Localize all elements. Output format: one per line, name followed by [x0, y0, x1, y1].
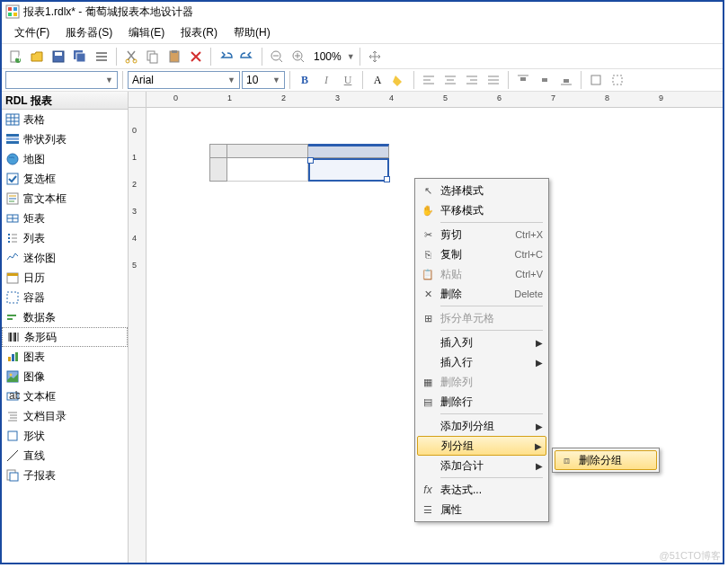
fill-color-button[interactable] — [389, 70, 409, 90]
menu-item[interactable]: ↖选择模式 — [417, 181, 546, 200]
svg-rect-13 — [96, 56, 107, 58]
toolbox-item-chart[interactable]: 图表 — [2, 347, 128, 367]
list-button[interactable] — [92, 47, 111, 67]
undo-button[interactable] — [216, 47, 235, 67]
zoom-dropdown-icon[interactable]: ▼ — [347, 52, 355, 61]
menu-shortcut: Delete — [514, 288, 543, 299]
menu-item[interactable]: ⧈删除分组 — [555, 450, 657, 470]
toolbox-item-checkbox[interactable]: 复选框 — [2, 169, 128, 189]
cell-1[interactable] — [227, 158, 308, 182]
toolbox-item-sparkline[interactable]: 迷你图 — [2, 248, 128, 268]
toolbox-label: 条形码 — [24, 330, 57, 345]
menu-item[interactable]: fx表达式... — [417, 480, 546, 500]
menu-label: 插入行 — [440, 355, 530, 370]
svg-rect-14 — [96, 59, 107, 61]
svg-rect-3 — [8, 13, 12, 16]
menu-file[interactable]: 文件(F) — [7, 23, 57, 42]
column-header-2-selected[interactable] — [308, 144, 389, 158]
menu-item[interactable]: ▤删除行 — [417, 392, 546, 412]
new-button[interactable]: + — [5, 47, 25, 67]
redo-button[interactable] — [237, 47, 257, 67]
toolbox-item-calendar[interactable]: 日历 — [2, 268, 128, 288]
svg-rect-53 — [6, 138, 19, 140]
menu-item[interactable]: 插入列▶ — [417, 333, 546, 352]
move-button[interactable] — [365, 47, 385, 67]
align-left-button[interactable] — [419, 70, 439, 90]
svg-rect-54 — [6, 141, 19, 144]
toolbox-label: 复选框 — [23, 172, 56, 187]
border-button[interactable] — [586, 70, 606, 90]
open-button[interactable] — [27, 47, 47, 67]
table-corner[interactable] — [209, 144, 227, 158]
menu-label: 删除列 — [440, 375, 543, 390]
menu-edit[interactable]: 编辑(E) — [121, 23, 172, 42]
toolbox-item-shape[interactable]: 形状 — [2, 426, 128, 446]
toolbox-item-list[interactable]: 列表 — [2, 228, 128, 248]
column-header-1[interactable] — [227, 144, 308, 158]
align-right-button[interactable] — [462, 70, 482, 90]
menu-help[interactable]: 帮助(H) — [226, 23, 278, 42]
toolbox-label: 矩表 — [23, 211, 45, 226]
font-color-button[interactable]: A — [368, 70, 387, 90]
underline-button[interactable]: U — [338, 70, 358, 90]
zoomout-button[interactable] — [267, 47, 287, 67]
toolbox-item-databar[interactable]: 数据条 — [2, 307, 128, 327]
menu-item[interactable]: 列分组▶ — [417, 436, 546, 456]
cell-2-selected[interactable] — [308, 158, 389, 182]
svg-rect-41 — [520, 77, 526, 81]
menu-item[interactable]: ⎘复制Ctrl+C — [417, 244, 546, 264]
border-style-button[interactable] — [608, 70, 627, 90]
toolbox-item-textbox[interactable]: ab文本框 — [2, 386, 128, 406]
checkbox-icon — [5, 172, 20, 186]
menu-item[interactable]: 添加列分组▶ — [417, 416, 546, 436]
toolbox-item-barcode[interactable]: 条形码 — [2, 327, 128, 347]
cut-button[interactable] — [121, 47, 141, 67]
saveall-button[interactable] — [70, 47, 90, 67]
font-size-combo[interactable]: 10▼ — [242, 71, 285, 89]
menu-item[interactable]: 插入行▶ — [417, 352, 546, 372]
menu-server[interactable]: 服务器(S) — [58, 23, 120, 42]
font-name-combo[interactable]: Arial▼ — [128, 71, 240, 89]
copy-button[interactable] — [143, 47, 163, 67]
toolbox-item-image[interactable]: 图像 — [2, 367, 128, 386]
menu-item[interactable]: ☰属性 — [417, 500, 546, 519]
valign-middle-button[interactable] — [535, 70, 555, 90]
valign-bottom-button[interactable] — [556, 70, 576, 90]
toolbox-item-container[interactable]: 容器 — [2, 288, 128, 307]
svg-rect-56 — [7, 173, 18, 184]
toolbox-item-subreport[interactable]: 子报表 — [2, 466, 128, 485]
menu-icon — [422, 439, 436, 453]
paste-button[interactable] — [164, 47, 184, 67]
svg-rect-64 — [8, 234, 10, 235]
toolbox-item-bandlist[interactable]: 带状列表 — [2, 129, 128, 149]
matrix-control[interactable] — [209, 144, 389, 182]
align-justify-button[interactable] — [484, 70, 503, 90]
toolbox-item-richtext[interactable]: 富文本框 — [2, 189, 128, 209]
toolbox-item-rect[interactable]: 矩表 — [2, 209, 128, 228]
report-combo[interactable]: ▼ — [5, 71, 118, 89]
menu-item[interactable]: 添加合计▶ — [417, 456, 546, 475]
italic-button[interactable]: I — [316, 70, 336, 90]
toolbox-item-map[interactable]: 地图 — [2, 149, 128, 169]
toolbox-item-table[interactable]: 表格 — [2, 110, 128, 129]
toolbox-item-line[interactable]: 直线 — [2, 446, 128, 466]
row-header[interactable] — [209, 158, 227, 182]
menu-item[interactable]: ✕删除Delete — [417, 284, 546, 304]
valign-top-button[interactable] — [513, 70, 533, 90]
svg-rect-47 — [6, 114, 19, 125]
bold-button[interactable]: B — [295, 70, 315, 90]
delete-button[interactable] — [186, 47, 206, 67]
menu-item[interactable]: ✋平移模式 — [417, 200, 546, 220]
menu-label: 添加列分组 — [440, 419, 530, 434]
menu-icon: ⊞ — [421, 311, 435, 325]
menu-report[interactable]: 报表(R) — [173, 23, 225, 42]
svg-rect-12 — [96, 52, 107, 54]
menu-item[interactable]: ✂剪切Ctrl+X — [417, 225, 546, 244]
zoomin-button[interactable] — [289, 47, 308, 67]
save-button[interactable] — [49, 47, 68, 67]
toc-icon — [5, 409, 20, 423]
zoom-value[interactable]: 100% — [310, 50, 345, 63]
toolbox-item-toc[interactable]: 文档目录 — [2, 406, 128, 426]
svg-rect-73 — [7, 315, 16, 316]
align-center-button[interactable] — [440, 70, 460, 90]
